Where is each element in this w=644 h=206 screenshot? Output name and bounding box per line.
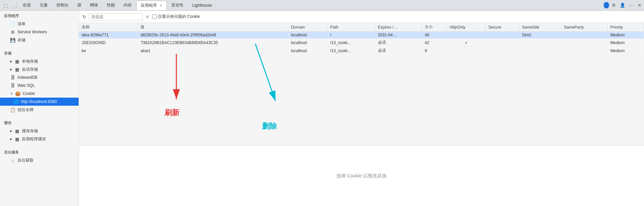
tab-elements[interactable]: 元素 bbox=[36, 1, 52, 10]
main-layout: 应用程序 📄 清单 ⚙ Service Workers 💾 存储 存储 ▶ ▦ … bbox=[0, 11, 644, 206]
sidebar-item-manifest[interactable]: 📄 清单 bbox=[0, 20, 79, 28]
tab-lighthouse[interactable]: Lighthouse bbox=[188, 1, 216, 10]
refresh-button[interactable]: ↻ bbox=[82, 14, 86, 20]
show-problematic-checkbox[interactable] bbox=[152, 14, 157, 19]
sidebar: 应用程序 📄 清单 ⚙ Service Workers 💾 存储 存储 ▶ ▦ … bbox=[0, 11, 79, 206]
col-size: 大小 bbox=[422, 23, 447, 32]
sidebar-item-localhost[interactable]: 🌐 http://localhost:8080 bbox=[0, 98, 79, 106]
device-toggle-icon[interactable]: ⬚ bbox=[1, 1, 9, 9]
tab-console[interactable]: 控制台 bbox=[52, 1, 73, 10]
sidebar-label-app-cache: 应用程序缓存 bbox=[22, 136, 46, 142]
tab-network[interactable]: 网络 bbox=[86, 1, 102, 10]
trust-tokens-icon: 📋 bbox=[10, 107, 15, 112]
indexeddb-icon: 🗄 bbox=[10, 75, 15, 80]
sidebar-section-application: 应用程序 📄 清单 ⚙ Service Workers 💾 存储 bbox=[0, 11, 79, 44]
sidebar-item-cookie[interactable]: ▼ 🍪 Cookie bbox=[0, 90, 79, 98]
service-workers-icon: ⚙ bbox=[10, 30, 15, 35]
sidebar-item-indexeddb[interactable]: 🗄 IndexedDB bbox=[0, 73, 79, 81]
sidebar-item-local-storage[interactable]: ▶ ▦ 本地存储 bbox=[0, 57, 79, 65]
top-nav-right: 1 ⚙ 👤 ⋯ ✕ bbox=[604, 2, 643, 8]
sidebar-item-web-sql[interactable]: 🗄 Web SQL bbox=[0, 81, 79, 90]
right-content: ↻ ✕ 仅显示有问题的 Cookie bbox=[79, 11, 644, 206]
sidebar-item-session-storage[interactable]: ▶ ▦ 会话存储 bbox=[0, 65, 79, 73]
sidebar-label-manifest: 清单 bbox=[17, 21, 26, 27]
col-httponly: HttpOnly bbox=[447, 23, 485, 32]
sidebar-label-cache-storage: 缓存存储 bbox=[22, 128, 38, 134]
sidebar-label-cookie: Cookie bbox=[23, 91, 35, 96]
cookie-table: 名称 值 Domain Path Expires / ... 大小 HttpOn… bbox=[79, 23, 644, 145]
tab-sources[interactable]: 源 bbox=[73, 1, 85, 10]
inspect-icon[interactable]: ⬜ bbox=[10, 1, 18, 9]
table-row[interactable]: kealue1localhost/13_cooki...会话9Medium bbox=[79, 47, 644, 55]
background-fetch-icon: ↓ bbox=[10, 158, 15, 163]
tab-application[interactable]: 应用程序 ✕ bbox=[136, 1, 167, 10]
person-icon[interactable]: 👤 bbox=[618, 2, 627, 8]
sidebar-item-cache-storage[interactable]: ▶ ▦ 缓存存储 bbox=[0, 127, 79, 135]
expand-icon-2: ▶ bbox=[10, 68, 12, 71]
show-problematic-text: 仅显示有问题的 Cookie bbox=[158, 14, 200, 20]
sidebar-label-local-storage: 本地存储 bbox=[22, 59, 38, 64]
expand-icon: ▶ bbox=[10, 60, 12, 63]
notification-badge[interactable]: 1 bbox=[604, 2, 609, 8]
localhost-icon: 🌐 bbox=[13, 99, 19, 104]
sidebar-label-service-workers: Service Workers bbox=[17, 30, 47, 34]
app-cache-expand-icon: ▶ bbox=[10, 137, 12, 141]
col-expires: Expires / ... bbox=[375, 23, 422, 32]
tab-memory[interactable]: 内存 bbox=[120, 1, 136, 10]
sidebar-label-localhost: http://localhost:8080 bbox=[21, 99, 57, 104]
sidebar-title-application: 应用程序 bbox=[0, 11, 79, 20]
cookie-preview-panel: 选择 Cookie 以预览其值 bbox=[79, 145, 644, 206]
col-samesite: SameSite bbox=[519, 23, 561, 32]
sidebar-item-app-cache[interactable]: ▶ ▦ 应用程序缓存 bbox=[0, 135, 79, 143]
sidebar-title-background: 后台服务 bbox=[0, 147, 79, 156]
storage-icon: 💾 bbox=[10, 38, 15, 43]
sidebar-section-storage: 存储 ▶ ▦ 本地存储 ▶ ▦ 会话存储 🗄 IndexedDB 🗄 Web S… bbox=[0, 48, 79, 114]
sidebar-divider-3 bbox=[0, 144, 79, 147]
sidebar-divider-1 bbox=[0, 45, 79, 48]
manifest-icon: 📄 bbox=[10, 22, 15, 27]
sidebar-item-storage[interactable]: 💾 存储 bbox=[0, 36, 79, 44]
clear-filter-button[interactable]: ✕ bbox=[145, 14, 149, 20]
table-row[interactable]: idea-8296e771d829029c-2013-49a5-b0c6-25f… bbox=[79, 32, 644, 39]
col-domain: Domain bbox=[288, 23, 328, 32]
col-name: 名称 bbox=[79, 23, 138, 32]
sidebar-divider-2 bbox=[0, 115, 79, 118]
tab-security[interactable]: 安全性 bbox=[167, 1, 187, 10]
cookie-expand-icon: ▼ bbox=[10, 92, 13, 95]
tab-close-icon[interactable]: ✕ bbox=[160, 4, 162, 7]
col-path: Path bbox=[327, 23, 375, 32]
settings-icon[interactable]: ⚙ bbox=[610, 2, 617, 8]
app-cache-icon: ▦ bbox=[14, 137, 20, 142]
filter-input[interactable] bbox=[89, 13, 143, 21]
more-icon[interactable]: ⋯ bbox=[628, 2, 635, 8]
table-header: 名称 值 Domain Path Expires / ... 大小 HttpOn… bbox=[79, 23, 644, 32]
sidebar-label-web-sql: Web SQL bbox=[17, 83, 35, 88]
sidebar-label-trust-tokens: 信任令牌 bbox=[17, 107, 34, 113]
tab-welcome[interactable]: 欢迎 bbox=[19, 1, 35, 10]
top-nav: ⬚ ⬜ 欢迎 元素 控制台 源 网络 性能 内存 应用程序 ✕ 安全性 Ligh… bbox=[0, 0, 644, 11]
table-body: idea-8296e771d829029c-2013-49a5-b0c6-25f… bbox=[79, 32, 644, 55]
sidebar-label-session-storage: 会话存储 bbox=[22, 67, 38, 72]
col-secure: Secure bbox=[485, 23, 519, 32]
devtools-close-icon[interactable]: ✕ bbox=[636, 2, 643, 8]
cache-expand-icon: ▶ bbox=[10, 129, 12, 133]
web-sql-icon: 🗄 bbox=[10, 83, 15, 88]
sidebar-title-cache: 缓存 bbox=[0, 118, 79, 127]
cookie-toolbar: ↻ ✕ 仅显示有问题的 Cookie bbox=[79, 11, 644, 23]
sidebar-item-service-workers[interactable]: ⚙ Service Workers bbox=[0, 28, 79, 36]
sidebar-label-storage: 存储 bbox=[17, 37, 26, 43]
cookie-icon: 🍪 bbox=[15, 91, 20, 96]
sidebar-label-indexeddb: IndexedDB bbox=[17, 75, 37, 80]
sidebar-title-storage: 存储 bbox=[0, 48, 79, 57]
col-sameparty: SameParty bbox=[561, 23, 607, 32]
show-problematic-label[interactable]: 仅显示有问题的 Cookie bbox=[152, 14, 200, 20]
table-row[interactable]: JSESSIONID7382A26B1BAC110EB634B89D65A43C… bbox=[79, 39, 644, 47]
session-storage-icon: ▦ bbox=[14, 67, 20, 72]
sidebar-item-background-fetch[interactable]: ↓ 后台获取 bbox=[0, 156, 79, 164]
sidebar-item-trust-tokens[interactable]: 📋 信任令牌 bbox=[0, 106, 79, 114]
local-storage-icon: ▦ bbox=[14, 59, 20, 64]
sidebar-section-cache: 缓存 ▶ ▦ 缓存存储 ▶ ▦ 应用程序缓存 bbox=[0, 118, 79, 143]
cache-storage-icon: ▦ bbox=[14, 129, 20, 134]
sidebar-section-background: 后台服务 ↓ 后台获取 bbox=[0, 147, 79, 164]
tab-performance[interactable]: 性能 bbox=[103, 1, 119, 10]
